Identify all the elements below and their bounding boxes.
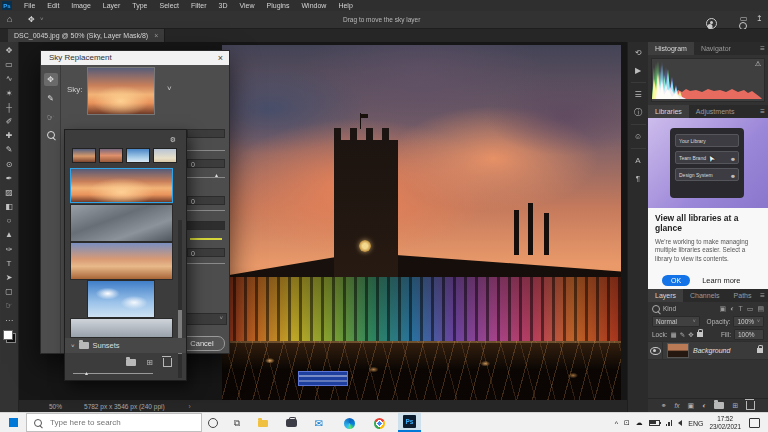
tab-channels[interactable]: Channels: [683, 289, 727, 302]
blend-mode-select[interactable]: Normal ˅: [652, 316, 700, 327]
menu-plugins[interactable]: Plugins: [261, 0, 296, 11]
output-select[interactable]: ˅: [183, 313, 227, 325]
network-icon[interactable]: [666, 420, 673, 426]
taskbar-clock[interactable]: 17:52 23/02/2021: [709, 415, 741, 431]
account-icon[interactable]: [706, 18, 717, 29]
tab-close-icon[interactable]: ×: [154, 32, 158, 39]
crop-tool[interactable]: ┼: [2, 101, 17, 115]
chrome-icon[interactable]: [372, 416, 386, 430]
opacity-field[interactable]: 100% ˅: [733, 316, 764, 327]
volume-icon[interactable]: [678, 420, 682, 426]
battery-icon[interactable]: [649, 420, 660, 427]
yellow-slider[interactable]: [190, 238, 222, 240]
delete-layer-icon[interactable]: [746, 401, 755, 410]
task-view-icon[interactable]: ⧉: [230, 416, 244, 430]
menu-layer[interactable]: Layer: [97, 0, 127, 11]
lasso-tool[interactable]: ∿: [2, 72, 17, 86]
brush-tool[interactable]: ✎: [2, 143, 17, 157]
actions-panel-icon[interactable]: ▶: [631, 64, 646, 77]
new-sky-icon[interactable]: ⊞: [146, 358, 153, 367]
type-tool[interactable]: T: [2, 257, 17, 271]
color-field[interactable]: [187, 221, 225, 230]
move-tool-icon[interactable]: ✥: [28, 15, 35, 24]
tab-paths[interactable]: Paths: [727, 289, 759, 302]
photoshop-taskbar-button[interactable]: Ps: [398, 413, 421, 432]
mail-icon[interactable]: ✉: [312, 416, 326, 430]
wand-tool[interactable]: ✶: [2, 87, 17, 101]
sky-group-row[interactable]: ˅ Sunsets: [65, 338, 186, 353]
slider-value-field[interactable]: 0: [187, 248, 225, 257]
menu-3d[interactable]: 3D: [213, 0, 234, 11]
eyedropper-tool[interactable]: ✐: [2, 115, 17, 129]
slider-track[interactable]: [187, 177, 225, 178]
move-tool[interactable]: ✥: [2, 44, 17, 58]
filter-shape-icon[interactable]: ▭: [747, 305, 754, 313]
zoom-tool[interactable]: ⋯: [2, 314, 17, 328]
adjustment-layer-icon[interactable]: ◐: [702, 402, 706, 409]
lock-pixels-icon[interactable]: ✎: [680, 331, 685, 339]
sky-thumbnail[interactable]: [70, 242, 173, 280]
ok-button[interactable]: OK: [662, 275, 690, 286]
zoom-level[interactable]: 50%: [49, 403, 62, 410]
onedrive-cloud-icon[interactable]: ☁: [636, 419, 643, 427]
visibility-cell[interactable]: [648, 342, 663, 359]
character-panel-icon[interactable]: A: [631, 154, 646, 167]
slider-marker-icon[interactable]: ▴: [215, 172, 218, 178]
history-brush-tool[interactable]: ✒: [2, 172, 17, 186]
new-layer-icon[interactable]: ⊞: [732, 402, 738, 410]
filter-adjustment-icon[interactable]: ◐: [730, 305, 734, 313]
action-center-icon[interactable]: [749, 418, 760, 428]
tab-adjustments[interactable]: Adjustments: [689, 105, 742, 118]
panel-menu-icon[interactable]: ≡: [760, 105, 765, 118]
menu-edit[interactable]: Edit: [41, 0, 65, 11]
sky-thumbnail[interactable]: [70, 204, 173, 242]
move-tool-chevron-icon[interactable]: ˅: [40, 16, 44, 22]
new-group-icon[interactable]: [714, 402, 724, 409]
lock-position-icon[interactable]: ✥: [688, 331, 693, 339]
lock-all-icon[interactable]: [697, 332, 703, 337]
new-group-folder-icon[interactable]: [126, 359, 136, 366]
dialog-title-bar[interactable]: Sky Replacement: [41, 51, 229, 65]
layer-thumbnail[interactable]: [667, 343, 689, 358]
sky-preview-thumbnail[interactable]: [87, 67, 155, 115]
link-layers-icon[interactable]: ⚭: [661, 402, 667, 410]
tab-navigator[interactable]: Navigator: [694, 42, 738, 55]
slider-value-field[interactable]: 0: [187, 159, 225, 168]
sky-thumbnail-small[interactable]: [99, 148, 123, 163]
learn-more-link[interactable]: Learn more: [702, 276, 740, 285]
status-chevron-icon[interactable]: ›: [189, 403, 191, 410]
info-panel-icon[interactable]: ⓘ: [631, 106, 646, 119]
sky-thumbnail[interactable]: [87, 280, 155, 318]
gear-icon[interactable]: ⚙: [170, 136, 176, 144]
workspace-icon[interactable]: ▭: [740, 14, 748, 23]
properties-panel-icon[interactable]: ☰: [631, 88, 646, 101]
gradient-tool[interactable]: ◧: [2, 200, 17, 214]
menu-view[interactable]: View: [234, 0, 261, 11]
blur-tool[interactable]: ○: [2, 214, 17, 228]
start-button[interactable]: [9, 418, 18, 427]
panel-menu-icon[interactable]: ≡: [760, 289, 765, 302]
tab-histogram[interactable]: Histogram: [648, 42, 694, 55]
foreground-color-swatch[interactable]: [3, 330, 13, 340]
pen-tool[interactable]: ✑: [2, 243, 17, 257]
filter-search-icon[interactable]: [652, 305, 660, 313]
layer-mask-icon[interactable]: ▣: [688, 402, 695, 410]
dialog-hand-tool[interactable]: ☞: [44, 111, 58, 124]
clone-stamp-tool[interactable]: ⊙: [2, 158, 17, 172]
filter-pixel-icon[interactable]: ▣: [720, 305, 727, 313]
tray-app-icon[interactable]: ⊡: [624, 419, 630, 427]
briefcase-app-icon[interactable]: [284, 416, 298, 430]
fill-field[interactable]: 100%: [734, 329, 764, 340]
menu-image[interactable]: Image: [65, 0, 96, 11]
tab-libraries[interactable]: Libraries: [648, 105, 689, 118]
dialog-zoom-tool[interactable]: [44, 130, 58, 143]
tab-layers[interactable]: Layers: [648, 289, 683, 302]
menu-select[interactable]: Select: [154, 0, 185, 11]
dialog-brush-tool[interactable]: ✎: [44, 92, 58, 105]
layer-name[interactable]: Background: [693, 347, 757, 354]
color-swatches[interactable]: [3, 330, 16, 343]
menu-filter[interactable]: Filter: [185, 0, 213, 11]
sky-thumbnail-small[interactable]: [72, 148, 96, 163]
slider-track[interactable]: [187, 150, 225, 151]
slider-value-field[interactable]: [187, 129, 225, 138]
